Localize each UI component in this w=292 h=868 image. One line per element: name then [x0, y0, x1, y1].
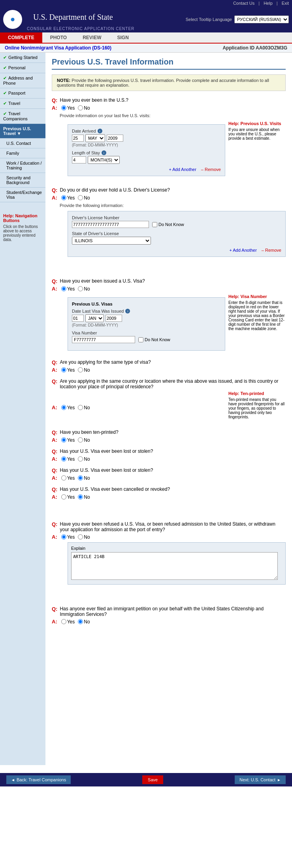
- visa-do-not-know-checkbox[interactable]: [138, 337, 143, 342]
- lang-select[interactable]: РУССКИЙ (RUSSIAN): [234, 15, 289, 23]
- q2-yes-radio[interactable]: [61, 195, 66, 200]
- visa-do-not-know-label[interactable]: Do Not Know: [138, 337, 170, 342]
- q3-yes-radio[interactable]: [61, 286, 66, 291]
- license-do-not-know-label[interactable]: Do Not Know: [152, 222, 184, 227]
- sidebar-item-travel[interactable]: ✔Travel: [0, 99, 45, 109]
- tab-photo[interactable]: PHOTO: [42, 32, 75, 43]
- q11-no-radio[interactable]: [78, 619, 83, 624]
- sidebar-item-getting-started[interactable]: ✔Getting Started: [0, 53, 45, 63]
- q7-yes-radio[interactable]: [61, 456, 66, 462]
- q3-no-label[interactable]: No: [78, 286, 90, 292]
- tab-sign[interactable]: SIGN: [109, 32, 136, 43]
- q1-yes-label[interactable]: Yes: [61, 105, 75, 111]
- q6-no-radio[interactable]: [78, 437, 83, 443]
- q9-no-label[interactable]: No: [78, 494, 90, 500]
- add-another-license-link[interactable]: Add Another: [229, 248, 256, 253]
- q9-yes-label[interactable]: Yes: [61, 494, 75, 500]
- q4-no-label[interactable]: No: [78, 367, 90, 373]
- exit-link[interactable]: Exit: [282, 1, 289, 6]
- arrival-day-input[interactable]: [72, 135, 84, 142]
- q6-no-label[interactable]: No: [78, 437, 90, 443]
- license-do-not-know-checkbox[interactable]: [152, 222, 157, 227]
- q9-no-radio[interactable]: [78, 494, 83, 500]
- sidebar-item-prev-us-travel[interactable]: Previous U.S. Travel ▼: [0, 124, 45, 139]
- q10-label: Q:: [52, 521, 57, 527]
- arrival-month-select[interactable]: MAY: [85, 134, 105, 142]
- q8-no-label[interactable]: No: [78, 475, 90, 481]
- help-link[interactable]: Help: [264, 1, 273, 6]
- license-number-input[interactable]: [72, 221, 149, 228]
- sidebar-item-address[interactable]: ✔Address and Phone: [0, 73, 45, 88]
- q6-yes-label[interactable]: Yes: [61, 437, 75, 443]
- a2-label: A:: [52, 195, 57, 201]
- sidebar-item-security[interactable]: Security and Background: [0, 173, 45, 188]
- q2-yes-label[interactable]: Yes: [61, 195, 75, 201]
- q10-yes-radio[interactable]: [61, 534, 66, 539]
- q3-yes-label[interactable]: Yes: [61, 286, 75, 292]
- q2-no-radio[interactable]: [78, 195, 83, 200]
- q1-yes-radio[interactable]: [61, 105, 66, 110]
- arrival-year-input[interactable]: [107, 135, 123, 142]
- q9-label: Q:: [52, 486, 57, 492]
- q4-yes-radio[interactable]: [61, 367, 66, 372]
- sidebar-item-passport[interactable]: ✔Passport: [0, 88, 45, 99]
- q7-yes-label[interactable]: Yes: [61, 456, 75, 462]
- length-unit-select[interactable]: MONTH(S): [88, 156, 120, 164]
- q11-label: Q:: [52, 606, 57, 612]
- q10-yes-label[interactable]: Yes: [61, 534, 75, 540]
- note-box: NOTE: Provide the following previous U.S…: [52, 74, 286, 91]
- q5-yes-radio[interactable]: [61, 405, 66, 410]
- q2-no-label[interactable]: No: [78, 195, 90, 201]
- sidebar-item-personal[interactable]: ✔Personal: [0, 63, 45, 73]
- q6-yes-radio[interactable]: [61, 437, 66, 443]
- lang-selector[interactable]: Select Tooltip Language РУССКИЙ (RUSSIAN…: [186, 15, 289, 23]
- q8-yes-radio[interactable]: [61, 475, 66, 481]
- q4-no-radio[interactable]: [78, 367, 83, 372]
- visa-number-input[interactable]: [72, 336, 135, 343]
- app-id-label: Application ID AA003OZM3G: [222, 45, 287, 51]
- sidebar-item-us-contact[interactable]: U.S. Contact: [0, 139, 45, 148]
- explain-textarea[interactable]: ARTICLE 214B: [71, 552, 278, 580]
- q11-yes-radio[interactable]: [61, 619, 66, 624]
- q10-no-label[interactable]: No: [78, 534, 90, 540]
- back-button[interactable]: ◄ Back: Travel Companions: [6, 775, 71, 784]
- q5-yes-label[interactable]: Yes: [61, 405, 75, 410]
- q4-text: Are you applying for the same type of vi…: [60, 359, 151, 365]
- q4-yes-label[interactable]: Yes: [61, 367, 75, 373]
- contact-link[interactable]: Contact Us: [233, 1, 254, 6]
- sidebar-item-family[interactable]: Family: [0, 148, 45, 158]
- q7-no-label[interactable]: No: [78, 456, 90, 462]
- visa-month-select[interactable]: JAN: [85, 314, 104, 322]
- a1-label: A:: [52, 105, 57, 111]
- tab-review[interactable]: REVIEW: [75, 32, 109, 43]
- q9-yes-radio[interactable]: [61, 494, 66, 500]
- sidebar-help-text: Click on the buttons above to access pre…: [3, 224, 42, 242]
- q8-yes-label[interactable]: Yes: [61, 475, 75, 481]
- q1-text: Have you ever been in the U.S.?: [60, 97, 128, 103]
- visa-day-input[interactable]: [72, 315, 84, 322]
- q7-no-radio[interactable]: [78, 456, 83, 462]
- q8-no-radio[interactable]: [78, 475, 83, 481]
- tab-complete[interactable]: COMPLETE: [0, 32, 42, 43]
- q11-no-label[interactable]: No: [78, 619, 90, 625]
- remove-visit-link[interactable]: Remove: [201, 167, 221, 172]
- remove-license-link[interactable]: Remove: [262, 248, 281, 253]
- length-value-input[interactable]: [72, 156, 86, 163]
- q1-no-label[interactable]: No: [78, 105, 90, 111]
- sidebar-item-student[interactable]: Student/Exchange Visa: [0, 188, 45, 202]
- sidebar-item-companions[interactable]: ✔Travel Companions: [0, 109, 45, 124]
- next-button[interactable]: Next: U.S. Contact ►: [235, 775, 286, 784]
- add-another-visit-link[interactable]: Add Another: [169, 167, 196, 172]
- q10-no-radio[interactable]: [78, 534, 83, 539]
- q1-no-radio[interactable]: [78, 105, 83, 110]
- visa-year-input[interactable]: [105, 315, 122, 322]
- q5-no-radio[interactable]: [78, 405, 83, 410]
- explain-label: Explain: [71, 546, 282, 551]
- state-select[interactable]: ILLINOIS: [72, 237, 151, 245]
- q5-no-label[interactable]: No: [78, 405, 90, 410]
- q11-yes-label[interactable]: Yes: [61, 619, 75, 625]
- sidebar-item-work-edu[interactable]: Work / Education / Training: [0, 158, 45, 173]
- q3-no-radio[interactable]: [78, 286, 83, 291]
- a3-label: A:: [52, 286, 57, 292]
- save-button[interactable]: Save: [142, 775, 163, 784]
